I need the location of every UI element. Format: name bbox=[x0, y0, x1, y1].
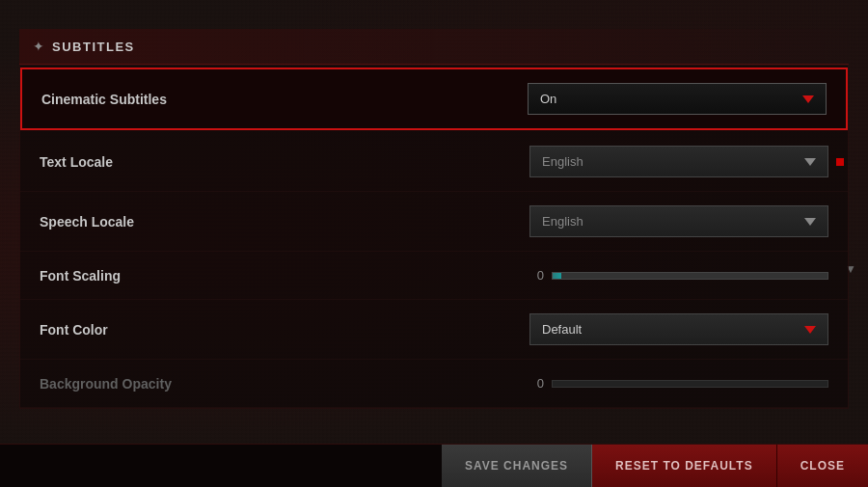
setting-row-font-scaling: Font Scaling 0 bbox=[20, 252, 848, 300]
dropdown-arrow-icon bbox=[804, 218, 816, 226]
setting-row-font-color: Font Color Default bbox=[20, 300, 848, 360]
background-opacity-label: Background Opacity bbox=[40, 376, 529, 392]
font-color-value: Default bbox=[542, 322, 582, 337]
font-scaling-value: 0 bbox=[529, 268, 544, 283]
background-opacity-slider-container: 0 bbox=[529, 376, 828, 391]
background-opacity-slider[interactable] bbox=[552, 380, 828, 388]
section-icon: ✦ bbox=[33, 39, 44, 54]
settings-container: ✦ SUBTITLES Cinematic Subtitles On Text … bbox=[19, 29, 849, 409]
setting-row-background-opacity: Background Opacity 0 bbox=[20, 360, 848, 408]
cinematic-subtitles-dropdown[interactable]: On bbox=[528, 83, 827, 115]
dropdown-arrow-icon bbox=[804, 158, 816, 166]
settings-area: Cinematic Subtitles On Text Locale Engli… bbox=[19, 65, 849, 409]
dropdown-arrow-icon bbox=[804, 326, 816, 334]
bottom-bar: SAVE CHANGES RESET TO DEFAULTS CLOSE bbox=[0, 444, 868, 487]
section-header: ✦ SUBTITLES bbox=[19, 29, 849, 65]
save-changes-button[interactable]: SAVE CHANGES bbox=[442, 445, 592, 488]
font-scaling-slider-container: 0 bbox=[529, 268, 828, 283]
cinematic-subtitles-value: On bbox=[540, 92, 556, 106]
font-scaling-slider[interactable] bbox=[552, 272, 828, 280]
text-locale-value: English bbox=[542, 154, 583, 169]
close-button[interactable]: CLOSE bbox=[777, 445, 868, 488]
dropdown-arrow-icon bbox=[802, 95, 814, 103]
font-color-dropdown[interactable]: Default bbox=[529, 313, 828, 345]
speech-locale-label: Speech Locale bbox=[40, 214, 529, 230]
background-opacity-value: 0 bbox=[529, 376, 544, 391]
setting-row-text-locale: Text Locale English bbox=[20, 132, 848, 192]
font-color-label: Font Color bbox=[40, 322, 529, 338]
speech-locale-dropdown[interactable]: English bbox=[529, 205, 828, 237]
text-locale-label: Text Locale bbox=[40, 154, 529, 170]
slider-fill bbox=[553, 273, 561, 279]
speech-locale-value: English bbox=[542, 214, 583, 229]
red-dot-indicator bbox=[836, 158, 844, 166]
font-scaling-label: Font Scaling bbox=[40, 268, 529, 284]
text-locale-dropdown[interactable]: English bbox=[529, 146, 828, 177]
section-title: SUBTITLES bbox=[52, 40, 135, 54]
setting-row-cinematic-subtitles: Cinematic Subtitles On bbox=[20, 68, 848, 130]
reset-to-defaults-button[interactable]: RESET TO DEFAULTS bbox=[592, 445, 777, 488]
setting-row-speech-locale: Speech Locale English bbox=[20, 192, 848, 252]
cinematic-subtitles-label: Cinematic Subtitles bbox=[41, 92, 528, 107]
